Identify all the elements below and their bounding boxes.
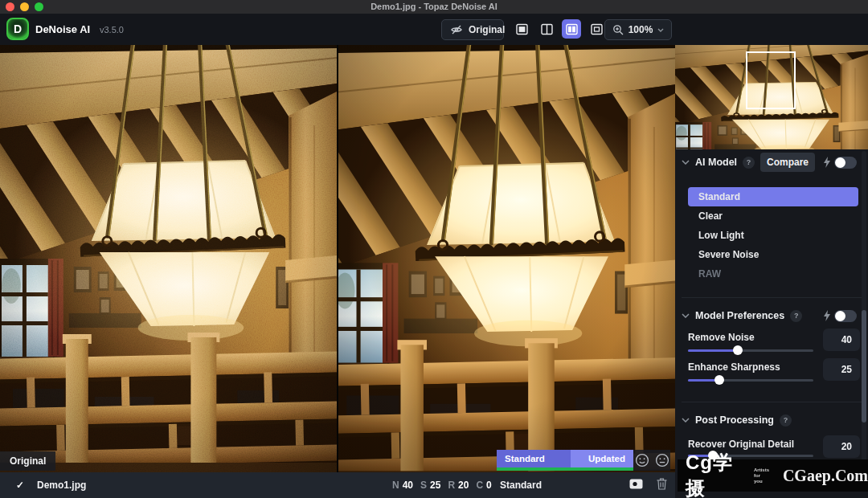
view-mode-group — [512, 19, 606, 39]
ai-model-header[interactable]: AI Model ? — [682, 153, 755, 172]
side-by-side-view-button[interactable] — [562, 19, 581, 39]
param-key: C — [476, 480, 483, 491]
help-icon[interactable]: ? — [780, 414, 792, 427]
slider-knob[interactable] — [733, 345, 743, 355]
model-preferences-header[interactable]: Model Preferences ? — [682, 306, 802, 325]
ai-model-option[interactable]: Standard — [688, 187, 858, 206]
zoom-in-icon — [612, 24, 624, 35]
app-version: v3.5.0 — [100, 25, 124, 35]
bolt-icon — [823, 157, 831, 168]
bottom-bar: ✓ Demo1.jpg N40 S25 R20 C0 Standard — [0, 472, 675, 498]
ai-model-auto-toggle[interactable] — [834, 157, 857, 169]
enhance-sharpness-label: Enhance Sharpness — [688, 361, 780, 373]
chevron-down-icon — [682, 160, 690, 165]
watermark: Cg学摄 Artistsfor you CGaep.Com — [678, 459, 868, 492]
param-key: S — [420, 480, 427, 491]
app-window: Demo1.jpg - Topaz DeNoise AI D DeNoise A… — [0, 0, 868, 498]
param-key: N — [392, 480, 399, 491]
model-preferences-title: Model Preferences — [695, 310, 784, 321]
ai-model-option[interactable]: Low Light — [688, 226, 858, 245]
current-model-label: Standard — [500, 480, 542, 491]
param-value: 25 — [430, 480, 440, 491]
chevron-down-icon — [682, 313, 690, 318]
model-preferences-auto-toggle[interactable] — [834, 310, 857, 322]
zoom-control[interactable]: 100% — [604, 19, 672, 40]
app-name: DeNoise AI — [35, 23, 90, 35]
comparison-view-button[interactable] — [587, 19, 606, 39]
filename[interactable]: Demo1.jpg — [37, 480, 86, 491]
app-logo-icon: D — [6, 18, 29, 40]
compare-model-label: Standard — [497, 450, 571, 467]
param-value: 40 — [403, 480, 413, 491]
compare-updated-label: Updated — [571, 450, 633, 467]
ai-model-option[interactable]: Clear — [688, 206, 858, 226]
help-icon[interactable]: ? — [790, 310, 802, 322]
ai-model-title: AI Model — [695, 157, 737, 168]
compare-strip: Standard Updated — [497, 450, 670, 471]
bolt-icon — [823, 310, 831, 321]
watermark-site: CGaep.Com — [783, 467, 868, 485]
remove-noise-label: Remove Noise — [688, 332, 755, 343]
compare-button[interactable]: Compare — [760, 153, 815, 172]
original-button-label: Original — [469, 24, 505, 35]
watermark-tagline: Artistsfor you — [754, 467, 770, 484]
watermark-brand: Cg学摄 — [686, 450, 751, 498]
help-icon[interactable]: ? — [743, 157, 755, 169]
section-divider — [682, 297, 862, 298]
post-processing-title: Post Processing — [695, 414, 774, 426]
eye-slash-icon — [450, 23, 463, 36]
ai-model-option[interactable]: Severe Noise — [688, 245, 858, 264]
recover-detail-value[interactable]: 20 — [823, 435, 860, 458]
ai-model-list: Standard Clear Low Light Severe Noise RA… — [688, 187, 858, 284]
image-viewer: Original Standard Updated — [0, 45, 675, 472]
original-preview-button[interactable]: Original — [441, 19, 504, 40]
chevron-down-icon — [682, 418, 690, 422]
ai-model-option[interactable]: RAW — [688, 264, 858, 284]
smiley-happy-icon[interactable] — [635, 453, 649, 467]
enhance-sharpness-value[interactable]: 25 — [823, 358, 860, 381]
toolbar: D DeNoise AI v3.5.0 Original — [0, 14, 868, 45]
check-icon: ✓ — [16, 480, 24, 491]
param-value: 0 — [486, 480, 492, 491]
scrollbar-thumb[interactable] — [862, 310, 866, 422]
trash-icon[interactable] — [657, 478, 667, 490]
remove-noise-value[interactable]: 40 — [823, 329, 860, 351]
window-title: Demo1.jpg - Topaz DeNoise AI — [0, 2, 868, 11]
split-view-button[interactable] — [537, 19, 556, 39]
navigator-viewport-rect[interactable] — [746, 51, 796, 109]
slider-knob[interactable] — [714, 375, 724, 385]
original-image-panel[interactable]: Original — [0, 45, 337, 472]
param-value: 20 — [458, 480, 469, 491]
section-divider — [682, 402, 862, 402]
snapshot-image-icon[interactable] — [629, 479, 643, 489]
smiley-neutral-icon[interactable] — [655, 453, 669, 467]
sidebar-scrollbar[interactable] — [862, 151, 866, 492]
sidebar: AI Model ? Compare Standard Clear Low Li… — [675, 45, 868, 498]
original-panel-badge: Original — [0, 451, 55, 471]
settings-summary: N40 S25 R20 C0 — [392, 480, 492, 491]
navigator-thumbnail[interactable] — [675, 45, 868, 149]
post-processing-header[interactable]: Post Processing ? — [682, 410, 792, 430]
enhance-sharpness-slider[interactable] — [688, 375, 813, 385]
feedback-box — [633, 450, 670, 471]
compare-bar: Standard Updated — [497, 450, 633, 471]
remove-noise-slider[interactable] — [688, 345, 813, 355]
chevron-down-icon — [657, 28, 664, 32]
zoom-level: 100% — [628, 24, 653, 35]
processed-image-panel[interactable]: Standard Updated — [338, 45, 675, 472]
recover-detail-label: Recover Original Detail — [688, 439, 794, 450]
single-view-button[interactable] — [512, 19, 531, 39]
titlebar: Demo1.jpg - Topaz DeNoise AI — [0, 0, 868, 14]
param-key: R — [448, 480, 455, 491]
